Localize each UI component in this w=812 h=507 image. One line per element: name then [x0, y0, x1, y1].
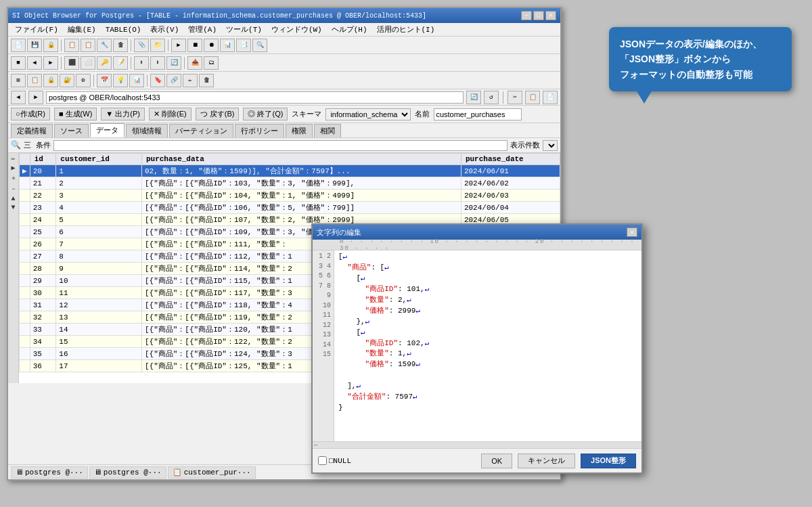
- row-add-icon[interactable]: ✏: [11, 154, 15, 162]
- tb-btn-51[interactable]: ✏: [183, 74, 198, 87]
- minimize-button[interactable]: ─: [521, 11, 532, 20]
- tb-btn-41[interactable]: ⊞: [11, 74, 26, 87]
- row-delete-icon[interactable]: －: [10, 184, 17, 194]
- close-button[interactable]: ✕: [545, 11, 556, 20]
- tb-btn-47[interactable]: 💡: [113, 74, 128, 87]
- dialog-close-button[interactable]: ✕: [627, 227, 637, 237]
- cell-purchase-data[interactable]: [{"商品"：[{"商品ID"：103, "数量"：3, "価格"：999],: [141, 177, 461, 190]
- cell-purchase-data[interactable]: 02, 数量：1, "価格"：1599)], "合計金額"：7597】...: [141, 165, 461, 177]
- col-header-id[interactable]: id: [30, 154, 56, 165]
- delete-button[interactable]: ✕ 削除(E): [149, 108, 191, 120]
- tb-btn-7[interactable]: 🗑: [113, 39, 128, 52]
- cell-id[interactable]: 28: [30, 263, 56, 275]
- col-header-purchase-data[interactable]: purchase_data: [141, 154, 461, 165]
- cancel-button[interactable]: キャンセル: [518, 454, 575, 468]
- tb-btn-31[interactable]: 📤: [187, 56, 202, 70]
- menu-help[interactable]: ヘルプ(H): [328, 24, 371, 35]
- tab-area[interactable]: 領域情報: [126, 124, 168, 137]
- tb-btn-50[interactable]: 🔗: [166, 74, 181, 87]
- cell-customer-id[interactable]: 16: [56, 348, 142, 360]
- cell-id[interactable]: 27: [30, 250, 56, 263]
- cut-button[interactable]: ✂: [508, 91, 522, 104]
- tb-btn-25[interactable]: ⬜: [81, 56, 95, 70]
- tb-btn-32[interactable]: 🗂: [204, 56, 219, 70]
- cell-purchase-data[interactable]: [{"商品"：[{"商品ID"：104, "数量"：1, "価格"：4999]: [141, 190, 461, 202]
- tab-source[interactable]: ソース: [54, 124, 89, 137]
- null-checkbox-label[interactable]: □NULL: [318, 456, 351, 465]
- tb-btn-22[interactable]: ◀: [27, 56, 42, 70]
- cell-customer-id[interactable]: 7: [56, 238, 142, 250]
- editor-content[interactable]: [↵ "商品": [↵ [↵ "商品ID": 101,↵ "数量": 2,↵ "…: [334, 250, 641, 441]
- cell-customer-id[interactable]: 3: [56, 190, 142, 202]
- cell-customer-id[interactable]: 13: [56, 311, 142, 324]
- json-format-button[interactable]: JSON整形: [581, 454, 636, 468]
- tb-btn-9[interactable]: 📁: [150, 39, 165, 52]
- tb-btn-28[interactable]: ⬆: [134, 56, 149, 70]
- cell-customer-id[interactable]: 17: [56, 360, 142, 372]
- tab-permissions[interactable]: 権限: [286, 124, 313, 137]
- cell-customer-id[interactable]: 2: [56, 177, 142, 190]
- cell-id[interactable]: 31: [30, 299, 56, 311]
- table-row[interactable]: ▶ 20 1 02, 数量：1, "価格"：1599)], "合計金額"：759…: [20, 165, 560, 177]
- back-button[interactable]: つ 戻す(B): [196, 108, 240, 120]
- status-item-1[interactable]: 🖥 postgres @···: [11, 466, 88, 479]
- cell-id[interactable]: 21: [30, 177, 56, 190]
- cell-purchase-date[interactable]: 2024/06/02: [461, 177, 560, 190]
- cell-purchase-date[interactable]: 2024/06/03: [461, 190, 560, 202]
- menu-hints[interactable]: 活用のヒント(I): [373, 24, 439, 35]
- status-item-3[interactable]: 📋 customer_pur···: [168, 466, 256, 479]
- table-row[interactable]: 23 4 [{"商品"：[{"商品ID"：106, "数量"：5, "価格"：7…: [20, 202, 560, 214]
- cell-id[interactable]: 34: [30, 336, 56, 348]
- tb-btn-52[interactable]: 🗑: [199, 74, 214, 87]
- cell-id[interactable]: 25: [30, 226, 56, 238]
- tb-btn-29[interactable]: ⬇: [150, 56, 165, 70]
- tb-btn-23[interactable]: ▶: [43, 56, 58, 70]
- display-count-select[interactable]: [543, 140, 558, 151]
- tb-btn-44[interactable]: 🔐: [60, 74, 74, 87]
- tb-btn-15[interactable]: 🔍: [252, 39, 267, 52]
- table-name-input[interactable]: [434, 108, 522, 120]
- table-row[interactable]: 21 2 [{"商品"：[{"商品ID"：103, "数量"：3, "価格"：9…: [20, 177, 560, 190]
- row-minus-icon[interactable]: ＋: [10, 173, 17, 183]
- filter-input[interactable]: [53, 140, 508, 151]
- cell-id[interactable]: 29: [30, 275, 56, 287]
- tb-btn-45[interactable]: ⚙: [76, 74, 91, 87]
- tb-btn-49[interactable]: 🔖: [150, 74, 165, 87]
- ok-button[interactable]: OK: [481, 454, 512, 468]
- cell-id[interactable]: 26: [30, 238, 56, 250]
- menu-admin[interactable]: 管理(A): [184, 24, 221, 35]
- menu-edit[interactable]: 編集(E): [64, 24, 100, 35]
- tb-btn-12[interactable]: ⏺: [204, 39, 219, 52]
- cell-id[interactable]: 24: [30, 214, 56, 226]
- cell-id[interactable]: 35: [30, 348, 56, 360]
- menu-tools[interactable]: ツール(T): [222, 24, 266, 35]
- cell-id[interactable]: 20: [30, 165, 56, 177]
- nav-back-button[interactable]: ◀: [11, 91, 26, 104]
- table-row[interactable]: 22 3 [{"商品"：[{"商品ID"：104, "数量"：1, "価格"：4…: [20, 190, 560, 202]
- tab-definition[interactable]: 定義情報: [11, 124, 53, 137]
- cell-id[interactable]: 33: [30, 324, 56, 336]
- address-input[interactable]: [46, 91, 464, 104]
- editor-scrollbar[interactable]: —: [313, 441, 641, 448]
- tb-btn-21[interactable]: ■: [11, 56, 26, 70]
- tb-btn-4[interactable]: 📋: [64, 39, 79, 52]
- col-header-customer-id[interactable]: customer_id: [56, 154, 142, 165]
- output-button[interactable]: ▼ 出力(P): [101, 108, 145, 120]
- cell-customer-id[interactable]: 14: [56, 324, 142, 336]
- tab-partition[interactable]: パーティション: [169, 124, 233, 137]
- tab-data[interactable]: データ: [90, 123, 125, 137]
- menu-table[interactable]: TABLE(O): [102, 25, 145, 35]
- tb-btn-27[interactable]: 📝: [113, 56, 128, 70]
- generate-button[interactable]: ■ 生成(W): [54, 108, 97, 120]
- cell-customer-id[interactable]: 5: [56, 214, 142, 226]
- cell-purchase-date[interactable]: 2024/06/04: [461, 202, 560, 214]
- menu-window[interactable]: ウィンドウ(W): [267, 24, 326, 35]
- cell-customer-id[interactable]: 11: [56, 287, 142, 299]
- cell-customer-id[interactable]: 15: [56, 336, 142, 348]
- copy-button[interactable]: 📋: [525, 91, 540, 104]
- null-checkbox[interactable]: [318, 456, 327, 465]
- cell-id[interactable]: 32: [30, 311, 56, 324]
- tb-btn-3[interactable]: 🔒: [43, 39, 58, 52]
- tb-btn-46[interactable]: 📅: [97, 74, 112, 87]
- row-edit-icon[interactable]: ▶: [11, 164, 15, 172]
